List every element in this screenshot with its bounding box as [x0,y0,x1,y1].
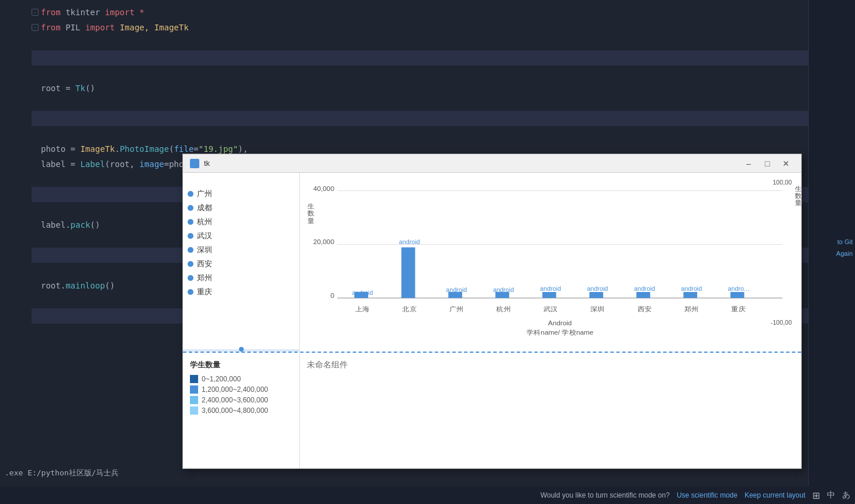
close-button[interactable]: ✕ [778,158,794,169]
bottom-left-panel: 学生数量 0~1,200,000 1,200,000~2,400,000 2,4… [183,353,300,468]
terminal-output: .exe E:/python社区版/马士兵 [0,463,187,486]
right-y-neg100k: -100,00 [771,319,792,326]
x-label-shenzhen: 深圳 [590,305,605,312]
zh-icon: 中 [827,490,835,500]
legend-dot-zhengzhou [188,275,193,281]
again-label: Again [836,250,853,257]
bar-label-chongqing: andro... [728,286,749,292]
bar-hangzhou [496,292,510,298]
scale-box-3 [190,406,198,415]
bar-chongqing [731,292,745,298]
unnamed-component-label: 未命名组件 [307,360,348,369]
code-line-9 [32,126,855,141]
x-label-chongqing: 重庆 [731,305,746,312]
x-axis-subtitle: Android [548,319,572,326]
code-line-1: -from tkinter import * [32,5,855,20]
code-line-2: -from PIL import Image, ImageTk [32,20,855,35]
svg-text:量: 量 [795,199,801,206]
bar-label-wuhan: android [540,286,561,292]
svg-text:数: 数 [307,210,314,217]
tk-window-controls: – □ ✕ [740,158,794,169]
legend-scale-item-1: 1,200,000~2,400,000 [190,385,292,394]
legend-dot-chengdu [188,205,193,211]
fold-icon-2[interactable]: - [32,24,39,31]
tk-app-icon [190,159,199,168]
bar-label-zhengzhou: android [681,286,702,292]
legend-scale-item-3: 3,600,000~4,800,000 [190,406,292,415]
tk-main-content: 广州 成都 杭州 武汉 深圳 西安 [183,173,801,352]
bar-label-xian: android [634,286,655,292]
legend-dot-guangzhou [188,191,193,197]
chart-legend-panel: 广州 成都 杭州 武汉 深圳 西安 [183,173,300,352]
tk-window: tk – □ ✕ 广州 成都 杭州 武汉 [182,154,802,469]
bar-shanghai [354,292,368,298]
svg-text:量: 量 [307,217,314,224]
legend-dot-shenzhen [188,247,193,253]
legend-item-xian: 西安 [188,257,295,271]
x-label-wuhan: 武汉 [544,305,558,312]
legend-dot-chongqing [188,289,193,295]
bar-wuhan [542,292,556,298]
status-bar: Would you like to turn scientific mode o… [0,486,855,504]
bar-label-beijing: android [399,239,420,246]
right-y-label: 生 [795,185,801,192]
legend-dot-hangzhou [188,219,193,225]
legend-scale-item-0: 0~1,200,000 [190,375,292,383]
drag-dot [239,347,244,352]
keyboard-icon: あ [842,490,850,500]
x-label-xian: 西安 [638,305,652,312]
legend-item-chongqing: 重庆 [188,285,295,299]
scientific-mode-message: Would you like to turn scientific mode o… [541,491,670,499]
scale-box-2 [190,396,198,404]
x-label-shanghai: 上海 [355,305,370,312]
keep-layout-link[interactable]: Keep current layout [745,491,805,499]
right-y-100k: 100,00 [773,180,792,186]
bar-label-shenzhen: android [587,286,608,292]
maximize-button[interactable]: □ [759,158,776,169]
y-value-40000: 40,000 [313,185,334,192]
legend-item-chengdu: 成都 [188,201,295,215]
scale-box-0 [190,375,198,383]
tk-window-title: tk [204,159,736,168]
code-line-4 [32,50,855,65]
bar-guangzhou [448,292,462,298]
legend-item-hangzhou: 杭州 [188,215,295,229]
code-line-5 [32,65,855,81]
svg-text:数: 数 [795,192,801,199]
code-line-7 [32,96,855,111]
y-axis-label: 生 [307,203,314,210]
legend-item-shenzhen: 深圳 [188,243,295,257]
y-value-0: 0 [330,292,334,299]
chart-area: 生 数 量 40,000 20,000 0 生 数 量 100,00 -100,… [300,173,801,352]
bar-beijing [401,248,416,298]
bar-shenzhen [589,292,603,298]
fold-icon-1[interactable]: - [32,9,39,16]
right-panel: to Git Again [808,0,855,504]
legend-scale-title: 学生数量 [190,360,292,370]
git-label: to Git [837,238,853,245]
minimize-button[interactable]: – [740,158,757,169]
legend-dot-xian [188,261,193,267]
legend-item-zhengzhou: 郑州 [188,271,295,285]
scale-box-1 [190,385,198,394]
code-line-8 [32,111,855,126]
tk-bottom-section: 学生数量 0~1,200,000 1,200,000~2,400,000 2,4… [183,352,801,468]
code-line-3 [32,35,855,50]
legend-item-guangzhou: 广州 [188,187,295,201]
grid-icon: ⊞ [812,490,820,501]
legend-dot-wuhan [188,233,193,239]
chart-svg: 生 数 量 40,000 20,000 0 生 数 量 100,00 -100,… [300,173,801,352]
x-label-hangzhou: 杭州 [496,305,511,312]
x-label-zhengzhou: 郑州 [684,305,699,312]
legend-scale-item-2: 2,400,000~3,600,000 [190,396,292,404]
legend-item-wuhan: 武汉 [188,229,295,243]
bar-zhengzhou [683,292,697,298]
x-axis-label: 学科name/ 学校name [527,329,594,336]
code-line-6: root = Tk() [32,81,855,96]
x-label-beijing: 北京 [402,305,417,312]
scientific-mode-link[interactable]: Use scientific mode [677,491,738,499]
tk-titlebar: tk – □ ✕ [183,154,801,173]
bottom-right-panel: 未命名组件 [300,353,801,468]
x-label-guangzhou: 广州 [449,305,464,312]
y-value-20000: 20,000 [313,239,334,246]
